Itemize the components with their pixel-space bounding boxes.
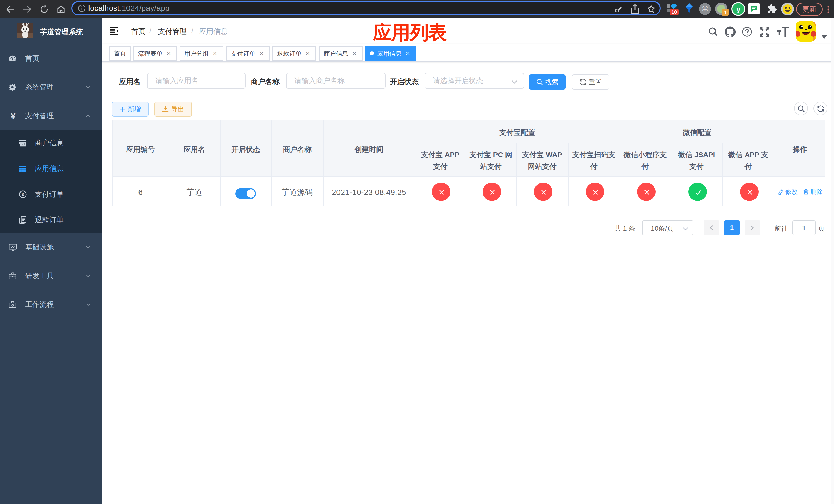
svg-text:⌘: ⌘ [702, 5, 708, 13]
svg-text:¥: ¥ [11, 112, 16, 120]
svg-text:y: y [736, 5, 741, 13]
svg-text:¥: ¥ [22, 192, 24, 198]
